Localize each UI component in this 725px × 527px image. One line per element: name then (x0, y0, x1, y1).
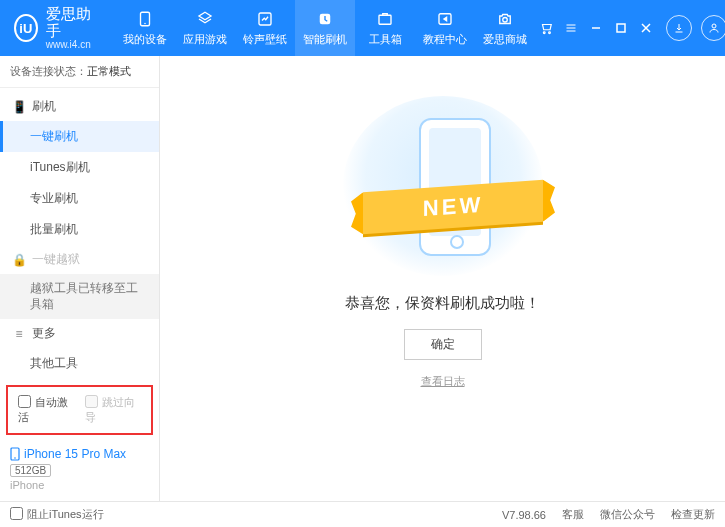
app-name: 爱思助手 (46, 6, 95, 39)
download-icon[interactable] (666, 15, 692, 41)
footer-link-support[interactable]: 客服 (562, 507, 584, 522)
menu-item-批量刷机[interactable]: 批量刷机 (0, 214, 159, 245)
app-site: www.i4.cn (46, 39, 95, 50)
nav-工具箱[interactable]: 工具箱 (355, 0, 415, 56)
device-status: 设备连接状态：正常模式 (0, 56, 159, 88)
nav-icon-6 (496, 10, 514, 28)
logo-badge-icon: iU (14, 14, 38, 42)
nav-教程中心[interactable]: 教程中心 (415, 0, 475, 56)
menu-item-一键刷机[interactable]: 一键刷机 (0, 121, 159, 152)
user-icon[interactable] (701, 15, 725, 41)
menu-item-越狱工具已转移至工具箱: 越狱工具已转移至工具箱 (0, 274, 159, 319)
minimize-icon[interactable] (585, 18, 607, 38)
menu-item-其他工具[interactable]: 其他工具 (0, 348, 159, 379)
ok-button[interactable]: 确定 (404, 329, 482, 360)
nav-智能刷机[interactable]: 智能刷机 (295, 0, 355, 56)
close-icon[interactable] (635, 18, 657, 38)
lock-icon: 🔒 (12, 253, 26, 267)
skip-guide-checkbox[interactable]: 跳过向导 (85, 395, 142, 425)
menu-item-iTunes刷机[interactable]: iTunes刷机 (0, 152, 159, 183)
nav-icon-0 (136, 10, 154, 28)
device-storage: 512GB (10, 464, 51, 477)
svg-point-7 (543, 32, 545, 34)
svg-rect-4 (379, 15, 391, 24)
flash-options-highlight: 自动激活 跳过向导 (6, 385, 153, 435)
footer-link-wechat[interactable]: 微信公众号 (600, 507, 655, 522)
auto-activate-checkbox[interactable]: 自动激活 (18, 395, 75, 425)
footer-link-update[interactable]: 检查更新 (671, 507, 715, 522)
svg-point-6 (503, 17, 508, 22)
phone-icon (10, 447, 20, 461)
svg-rect-9 (617, 24, 625, 32)
device-info: iPhone 15 Pro Max 512GB iPhone (0, 441, 159, 501)
device-name[interactable]: iPhone 15 Pro Max (10, 447, 149, 461)
nav-icon-2 (256, 10, 274, 28)
nav-应用游戏[interactable]: 应用游戏 (175, 0, 235, 56)
nav-铃声壁纸[interactable]: 铃声壁纸 (235, 0, 295, 56)
nav-icon-5 (436, 10, 454, 28)
nav-icon-3 (316, 10, 334, 28)
maximize-icon[interactable] (610, 18, 632, 38)
svg-point-1 (144, 22, 146, 24)
nav-icon-4 (376, 10, 394, 28)
nav-爱思商城[interactable]: 爱思商城 (475, 0, 535, 56)
menu-item-专业刷机[interactable]: 专业刷机 (0, 183, 159, 214)
view-log-link[interactable]: 查看日志 (421, 374, 465, 389)
menu-group-更多[interactable]: ≡更多 (0, 319, 159, 348)
menu-group-刷机[interactable]: 📱刷机 (0, 92, 159, 121)
nav-我的设备[interactable]: 我的设备 (115, 0, 175, 56)
phone-icon: 📱 (12, 100, 26, 114)
success-message: 恭喜您，保资料刷机成功啦！ (345, 294, 540, 313)
svg-point-10 (712, 24, 716, 28)
nav-icon-1 (196, 10, 214, 28)
menu-icon[interactable] (560, 18, 582, 38)
menu-group-一键越狱[interactable]: 🔒一键越狱 (0, 245, 159, 274)
cart-icon[interactable] (535, 18, 557, 38)
app-logo: iU 爱思助手 www.i4.cn (14, 6, 95, 50)
device-type: iPhone (10, 479, 149, 491)
version-label: V7.98.66 (502, 509, 546, 521)
svg-point-12 (14, 457, 16, 459)
success-illustration: NEW (343, 96, 543, 276)
more-icon: ≡ (12, 327, 26, 341)
svg-point-8 (549, 32, 551, 34)
block-itunes-checkbox[interactable]: 阻止iTunes运行 (10, 507, 104, 522)
